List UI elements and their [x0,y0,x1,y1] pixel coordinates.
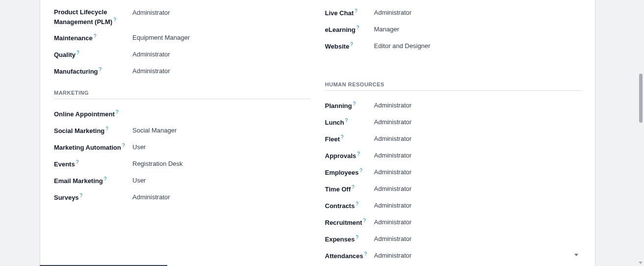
label-online-appointment: Online Appointment? [54,109,132,119]
row-quality: Quality? Administrator [54,47,310,63]
help-icon[interactable]: ? [76,160,79,165]
row-website: Website? Editor and Designer [325,38,582,55]
label-text: Email Marketing [54,177,103,185]
help-icon[interactable]: ? [353,101,356,106]
value-planning[interactable]: Administrator [374,101,582,110]
value-attendances[interactable]: Administrator [374,251,582,260]
value-elearning[interactable]: Manager [374,25,582,34]
label-text: Time Off [325,186,351,193]
label-text: eLearning [325,26,356,33]
row-time-off: Time Off? Administrator [325,181,582,198]
value-contracts[interactable]: Administrator [374,201,582,210]
label-text: Social Marketing [54,127,104,134]
help-icon[interactable]: ? [355,8,358,14]
help-icon[interactable]: ? [99,67,102,72]
help-icon[interactable]: ? [356,201,359,207]
help-icon[interactable]: ? [364,251,367,257]
scrollbar-thumb[interactable] [639,74,643,123]
section-title-marketing: MARKETING [54,90,310,99]
chevron-down-icon[interactable] [574,254,578,256]
value-employees[interactable]: Administrator [374,167,582,177]
value-quality[interactable]: Administrator [132,50,310,59]
row-manufacturing: Manufacturing? Administrator [54,63,310,80]
label-live-chat: Live Chat? [325,8,374,18]
value-maintenance[interactable]: Equipment Manager [132,33,310,42]
help-icon[interactable]: ? [77,50,79,55]
row-planning: Planning? Administrator [325,98,582,114]
right-top-rows: Live Chat? Administrator eLearning? Mana… [325,0,582,55]
row-live-chat: Live Chat? Administrator [325,5,582,22]
row-social-marketing: Social Marketing? Social Manager [54,123,310,139]
label-text: Website [325,43,350,50]
label-text: Quality [54,51,76,58]
value-plm[interactable]: Administrator [132,8,310,17]
label-email-marketing: Email Marketing? [54,176,132,186]
row-elearning: eLearning? Manager [325,22,582,38]
scroll-down-icon[interactable] [639,262,643,264]
row-surveys: Surveys? Administrator [54,189,310,206]
label-elearning: eLearning? [325,25,374,35]
help-icon[interactable]: ? [105,126,108,132]
label-text: Recruitment [325,219,362,226]
label-text: Attendances [325,252,363,260]
marketing-rows: Online Appointment? Social Marketing? So… [54,106,310,206]
label-text: Contracts [325,202,355,210]
value-live-chat[interactable]: Administrator [374,8,582,17]
left-top-rows: Product Lifecycle Management (PLM)? Admi… [54,0,310,80]
help-icon[interactable]: ? [356,235,359,240]
label-maintenance: Maintenance? [54,33,132,43]
help-icon[interactable]: ? [350,42,353,47]
help-icon[interactable]: ? [104,176,107,182]
help-icon[interactable]: ? [357,151,360,157]
label-manufacturing: Manufacturing? [54,66,132,77]
scrollbar-track[interactable] [638,0,644,266]
label-fleet: Fleet? [325,134,374,144]
row-approvals: Approvals? Administrator [325,148,582,164]
help-icon[interactable]: ? [341,134,344,140]
row-plm: Product Lifecycle Management (PLM)? Admi… [54,5,310,30]
label-text: Marketing Automation [54,144,121,151]
label-recruitment: Recruitment? [325,217,374,228]
help-icon[interactable]: ? [360,168,362,173]
value-manufacturing[interactable]: Administrator [132,66,310,76]
value-marketing-automation[interactable]: User [132,142,310,152]
label-text: Employees [325,169,359,176]
help-icon[interactable]: ? [94,33,97,39]
row-contracts: Contracts? Administrator [325,198,582,214]
row-fleet: Fleet? Administrator [325,131,582,148]
row-email-marketing: Email Marketing? User [54,173,310,189]
help-icon[interactable]: ? [113,17,116,23]
help-icon[interactable]: ? [345,118,348,123]
help-icon[interactable]: ? [122,143,125,148]
help-icon[interactable]: ? [116,109,119,115]
label-text: Surveys [54,194,79,201]
value-lunch[interactable]: Administrator [374,117,582,127]
label-planning: Planning? [325,101,374,111]
label-text: Fleet [325,135,340,143]
value-website[interactable]: Editor and Designer [374,41,582,51]
label-text: Events [54,160,75,168]
value-fleet[interactable]: Administrator [374,134,582,143]
row-expenses: Expenses? Administrator [325,231,582,248]
settings-card: Product Lifecycle Management (PLM)? Admi… [40,0,595,266]
label-events: Events? [54,159,132,169]
value-recruitment[interactable]: Administrator [374,217,582,227]
row-marketing-automation: Marketing Automation? User [54,139,310,156]
label-text: Expenses [325,236,355,243]
value-email-marketing[interactable]: User [132,176,310,185]
label-website: Website? [325,41,374,52]
label-expenses: Expenses? [325,234,374,244]
value-approvals[interactable]: Administrator [374,151,582,160]
help-icon[interactable]: ? [363,218,366,223]
value-events[interactable]: Registration Desk [132,159,310,168]
help-icon[interactable]: ? [80,193,83,198]
value-online-appointment[interactable] [132,109,310,109]
help-icon[interactable]: ? [352,185,355,190]
value-expenses[interactable]: Administrator [374,234,582,243]
help-icon[interactable]: ? [357,25,360,30]
value-social-marketing[interactable]: Social Manager [132,126,310,135]
value-time-off[interactable]: Administrator [374,184,582,193]
label-text: Online Appointment [54,110,115,118]
value-surveys[interactable]: Administrator [132,192,310,202]
row-maintenance: Maintenance? Equipment Manager [54,30,310,47]
